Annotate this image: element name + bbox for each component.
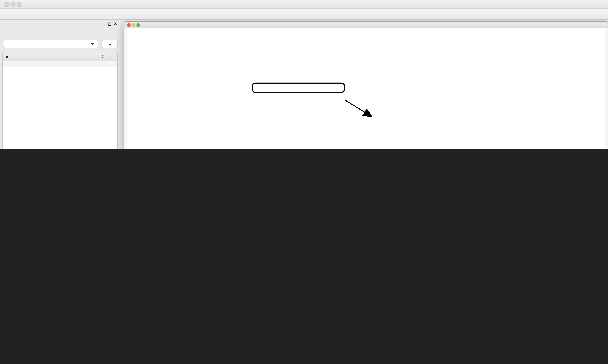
network-window-titlebar[interactable] <box>124 22 608 29</box>
properties-panel: ▾ ⌄⌄ ⌃⌃ ✓ <box>2 53 118 149</box>
annotation-box[interactable] <box>252 83 345 93</box>
style-options-button[interactable] <box>102 40 118 48</box>
network-window <box>124 21 608 149</box>
close-icon[interactable] <box>127 23 131 27</box>
properties-header[interactable]: ▾ ⌄⌄ ⌃⌃ <box>3 53 117 61</box>
app-titlebar <box>0 0 608 9</box>
chevron-down-icon <box>91 43 94 45</box>
annotation-arrow <box>345 100 371 116</box>
float-panel-icon[interactable]: ❐ <box>108 22 112 26</box>
collapse-all-icon[interactable]: ⌃⌃ <box>108 54 115 60</box>
network-canvas[interactable] <box>124 28 608 149</box>
left-scrollbar[interactable] <box>124 28 127 149</box>
application-window: ❐ ✕ ▾ ⌄⌄ ⌃⌃ ✓ <box>0 0 608 149</box>
vertical-scrollbar[interactable] <box>605 28 608 149</box>
expand-all-icon[interactable]: ⌄⌄ <box>101 54 108 59</box>
style-selector[interactable] <box>3 40 98 48</box>
control-panel: ❐ ✕ ▾ ⌄⌄ ⌃⌃ ✓ <box>0 21 120 149</box>
zoom-icon[interactable] <box>137 23 140 27</box>
network-graph <box>124 28 608 149</box>
close-panel-icon[interactable]: ✕ <box>114 22 117 26</box>
close-window-icon[interactable] <box>4 2 9 7</box>
minimize-window-icon[interactable] <box>11 2 15 7</box>
maximize-window-icon[interactable] <box>17 2 22 7</box>
main-toolbar <box>0 9 608 20</box>
properties-columns <box>3 61 117 66</box>
minimize-icon[interactable] <box>132 23 135 27</box>
